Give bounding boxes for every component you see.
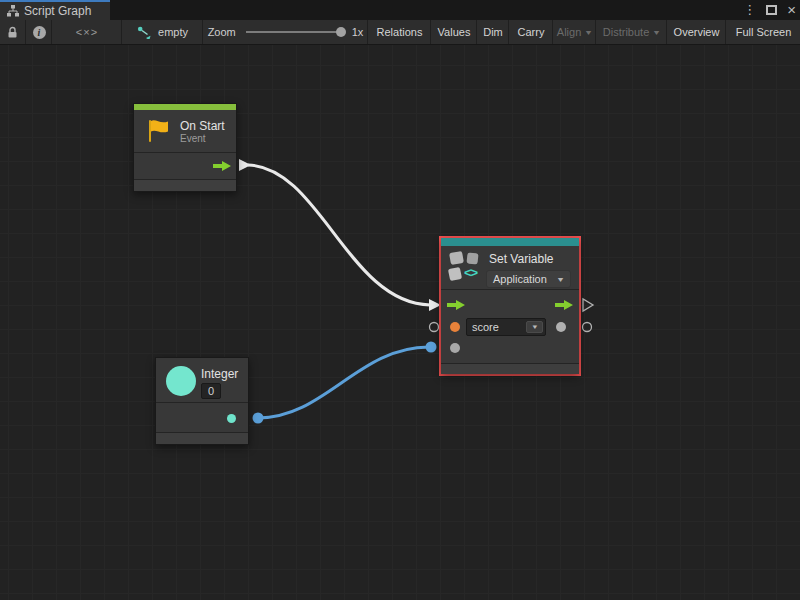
flow-input-port[interactable] xyxy=(447,299,465,311)
node-title: Set Variable xyxy=(489,252,553,266)
node-footer xyxy=(156,433,248,444)
align-dropdown[interactable]: Align ▼ xyxy=(554,20,596,44)
info-icon: i xyxy=(33,26,46,39)
carry-button[interactable]: Carry xyxy=(510,20,553,44)
node-footer xyxy=(134,180,236,191)
angle-brackets-icon: <> xyxy=(464,265,477,280)
graph-pointer-icon xyxy=(137,26,152,39)
node-on-start[interactable]: On Start Event xyxy=(133,103,237,192)
selection-outline: <> Set Variable Application ▼ score ▼ xyxy=(439,236,581,376)
node-footer xyxy=(441,364,579,374)
code-view-icon: <×> xyxy=(76,26,98,38)
window-menu-icon[interactable]: ⋮ xyxy=(743,0,756,20)
set-variable-icon: <> xyxy=(449,251,487,285)
value-input-port[interactable] xyxy=(450,343,460,353)
relations-button[interactable]: Relations xyxy=(369,20,431,44)
node-title: Integer xyxy=(201,367,238,381)
flow-output-port[interactable] xyxy=(555,299,573,311)
graph-hierarchy-icon xyxy=(7,5,19,17)
variable-name-dropdown[interactable]: ▼ xyxy=(526,321,543,333)
flag-icon xyxy=(146,118,172,144)
integer-type-icon xyxy=(166,366,196,396)
tab-title: Script Graph xyxy=(24,4,91,18)
lock-icon xyxy=(7,26,18,39)
graph-selector[interactable]: empty xyxy=(123,20,203,44)
chevron-down-icon: ▼ xyxy=(652,29,661,36)
zoom-control: Zoom 1x xyxy=(204,20,368,44)
lock-button[interactable] xyxy=(0,20,26,44)
flow-output-port[interactable] xyxy=(213,160,231,172)
tab-script-graph[interactable]: Script Graph xyxy=(0,0,110,20)
variable-name-field[interactable]: score ▼ xyxy=(466,318,546,336)
variable-scope-dropdown[interactable]: Application ▼ xyxy=(486,270,571,288)
dim-button[interactable]: Dim xyxy=(478,20,509,44)
graph-name-label: empty xyxy=(158,26,188,38)
chevron-down-icon: ▼ xyxy=(531,324,539,330)
zoom-value: 1x xyxy=(352,26,364,38)
close-icon[interactable]: × xyxy=(787,1,796,19)
integer-output-port[interactable] xyxy=(227,414,236,423)
title-bar: Script Graph ⋮ × xyxy=(0,0,800,20)
variable-color-bar xyxy=(441,238,579,246)
node-integer[interactable]: Integer 0 xyxy=(155,357,249,445)
chevron-down-icon: ▼ xyxy=(584,29,593,36)
node-set-variable[interactable]: <> Set Variable Application ▼ score ▼ xyxy=(441,238,579,374)
name-input-port[interactable] xyxy=(450,322,460,332)
zoom-slider-handle[interactable] xyxy=(336,27,346,37)
integer-value-field[interactable]: 0 xyxy=(201,383,221,399)
overview-button[interactable]: Overview xyxy=(668,20,726,44)
node-title: On Start xyxy=(180,119,225,133)
values-button[interactable]: Values xyxy=(432,20,477,44)
maximize-icon[interactable] xyxy=(766,5,777,15)
distribute-dropdown[interactable]: Distribute ▼ xyxy=(597,20,667,44)
graph-canvas[interactable] xyxy=(0,45,800,600)
graph-toolbar: i <×> empty Zoom 1x Relations Values Dim… xyxy=(0,20,800,45)
node-subtitle: Event xyxy=(180,133,225,144)
code-view-button[interactable]: <×> xyxy=(53,20,122,44)
fullscreen-button[interactable]: Full Screen xyxy=(727,20,800,44)
zoom-slider[interactable] xyxy=(246,31,344,33)
info-button[interactable]: i xyxy=(27,20,52,44)
chevron-down-icon: ▼ xyxy=(556,276,565,283)
zoom-label: Zoom xyxy=(208,26,236,38)
value-output-port[interactable] xyxy=(556,322,566,332)
